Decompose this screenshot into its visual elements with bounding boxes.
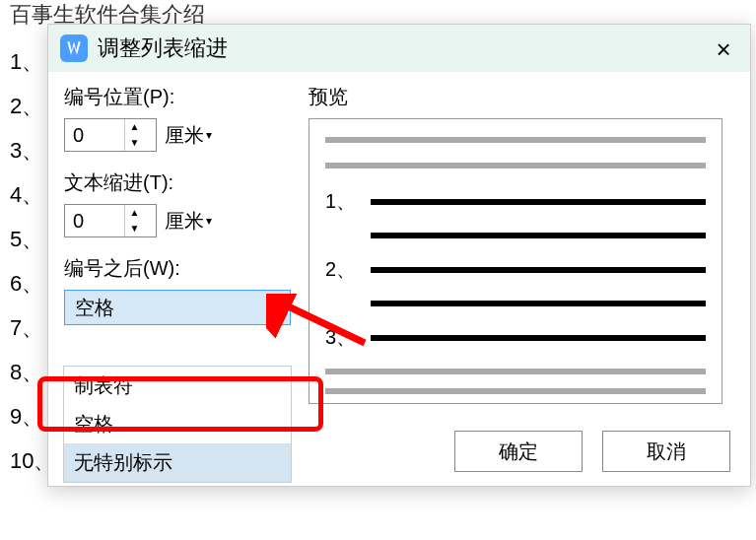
unit-text: 厘米 [165,122,204,149]
preview-text-bar [371,335,706,341]
dialog-header: 调整列表缩进 × [48,25,750,72]
dialog-body: 编号位置(P): ▲ ▼ 厘米 ▾ 文本缩进(T): [48,72,750,416]
dropdown-option-none[interactable]: 无特别标示 [64,443,291,482]
preview-label: 预览 [309,84,734,110]
number-position-unit[interactable]: 厘米 ▾ [165,122,212,149]
preview-text-bar [371,301,706,306]
dialog-title: 调整列表缩进 [98,34,228,63]
preview-placeholder-line [325,369,706,374]
preview-number: 2、 [325,256,371,283]
preview-placeholder-line [325,388,706,394]
right-panel: 预览 1、 2、 3、 [309,84,734,404]
text-indent-unit[interactable]: 厘米 ▾ [165,208,212,235]
text-indent-input[interactable] [65,206,124,236]
preview-number: 1、 [325,188,371,215]
adjust-list-indent-dialog: 调整列表缩进 × 编号位置(P): ▲ ▼ 厘米 ▾ 文本缩进(T): [47,24,751,487]
spinner-up-icon[interactable]: ▲ [125,119,144,135]
after-number-dropdown[interactable]: 空格 ▾ [64,290,291,325]
preview-number: 3、 [325,324,371,351]
after-number-dropdown-list: 制表符 空格 无特别标示 [63,366,292,483]
dialog-footer: 确定 取消 [454,431,730,472]
number-position-input[interactable] [65,120,124,151]
preview-placeholder-line [325,163,706,169]
unit-text: 厘米 [165,208,204,235]
spinner-up-icon[interactable]: ▲ [125,205,144,221]
text-indent-label: 文本缩进(T): [64,169,297,196]
cancel-button[interactable]: 取消 [602,431,730,472]
number-position-spinner[interactable]: ▲ ▼ [64,118,157,152]
dropdown-option-space[interactable]: 空格 [64,405,291,443]
number-position-label: 编号位置(P): [64,84,297,110]
close-icon[interactable]: × [709,34,738,64]
wps-app-icon [60,34,88,62]
preview-list-row: 1、 [325,188,706,215]
chevron-down-icon: ▾ [274,301,280,314]
preview-box: 1、 2、 3、 [309,118,722,404]
chevron-down-icon: ▾ [206,214,212,228]
preview-placeholder-line [325,137,706,143]
preview-text-bar [371,267,706,273]
dropdown-option-tab[interactable]: 制表符 [64,367,291,405]
preview-list-row: 3、 [325,324,706,351]
preview-text-bar [371,233,706,238]
preview-text-bar [371,199,706,205]
ok-button[interactable]: 确定 [454,431,583,472]
preview-list-row: 2、 [325,256,706,283]
text-indent-spinner[interactable]: ▲ ▼ [64,204,157,237]
dropdown-value: 空格 [75,295,114,321]
left-panel: 编号位置(P): ▲ ▼ 厘米 ▾ 文本缩进(T): [64,84,309,404]
spinner-down-icon[interactable]: ▼ [125,221,144,236]
after-number-label: 编号之后(W): [64,255,297,282]
spinner-down-icon[interactable]: ▼ [125,135,144,151]
chevron-down-icon: ▾ [206,128,212,142]
